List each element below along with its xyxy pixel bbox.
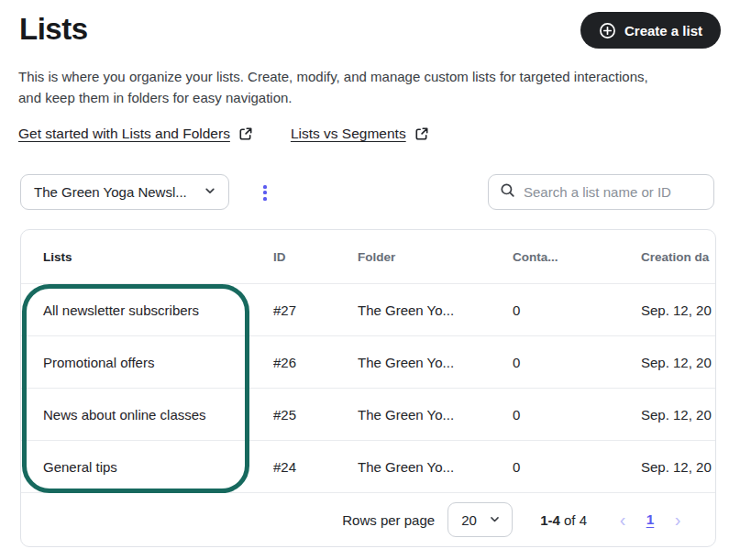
list-folder: The Green Yo... [358, 355, 513, 370]
table-row: All newsletter subscribers #27 The Green… [21, 283, 715, 335]
search-icon [500, 182, 515, 202]
list-creation-date: Sep. 12, 20 [641, 302, 715, 318]
pagination-range: 1-4 of 4 [540, 512, 587, 528]
list-creation-date: Sep. 12, 20 [641, 459, 715, 475]
folder-filter-dropdown[interactable]: The Green Yoga Newsl... [20, 174, 229, 210]
list-name-link[interactable]: News about online classes [43, 407, 206, 423]
lists-page: Lists Create a list This is where you or… [0, 0, 729, 560]
table-row: News about online classes #25 The Green … [21, 388, 715, 440]
lists-table-card: Lists ID Folder Conta... Creation da All… [20, 229, 716, 547]
link-lists-vs-segments[interactable]: Lists vs Segments [291, 126, 429, 142]
chevron-down-icon [489, 512, 501, 528]
page-title: Lists [19, 12, 88, 47]
link-label: Get started with Lists and Folders [18, 126, 230, 142]
plus-circle-icon [599, 22, 616, 39]
external-link-icon [414, 126, 429, 141]
list-id: #27 [273, 302, 358, 318]
table-footer: Rows per page 20 1-4 of 4 ‹ 1 › [21, 492, 715, 546]
external-link-icon [238, 126, 253, 141]
list-id: #26 [273, 355, 358, 370]
column-header-id[interactable]: ID [273, 250, 358, 264]
list-id: #24 [273, 459, 358, 475]
folder-filter-value: The Green Yoga Newsl... [34, 184, 187, 200]
list-creation-date: Sep. 12, 20 [641, 407, 715, 423]
column-header-contacts[interactable]: Conta... [513, 250, 641, 264]
link-label: Lists vs Segments [291, 126, 406, 142]
list-contacts: 0 [513, 302, 641, 318]
pagination-range-total: of 4 [560, 512, 587, 528]
link-get-started-lists-folders[interactable]: Get started with Lists and Folders [18, 126, 253, 142]
table-header-row: Lists ID Folder Conta... Creation da [21, 230, 715, 283]
pagination-prev-icon[interactable]: ‹ [609, 506, 636, 533]
search-input[interactable] [524, 184, 706, 200]
list-contacts: 0 [513, 459, 641, 475]
rows-per-page-label: Rows per page [342, 512, 435, 528]
chevron-down-icon [204, 184, 216, 200]
page-description: This is where you organize your lists. C… [18, 66, 666, 108]
table-row: Promotional offers #26 The Green Yo... 0… [21, 335, 715, 388]
column-header-folder[interactable]: Folder [358, 250, 513, 264]
table-row: General tips #24 The Green Yo... 0 Sep. … [21, 440, 715, 492]
list-contacts: 0 [513, 407, 641, 423]
list-contacts: 0 [513, 355, 641, 370]
kebab-menu-icon[interactable] [258, 180, 272, 205]
list-folder: The Green Yo... [358, 459, 513, 475]
list-name-link[interactable]: Promotional offers [43, 355, 154, 370]
create-list-button-label: Create a list [624, 23, 702, 38]
list-folder: The Green Yo... [358, 407, 513, 423]
pagination-next-icon[interactable]: › [664, 506, 691, 533]
search-box[interactable] [488, 174, 714, 210]
list-name-link[interactable]: General tips [43, 459, 117, 475]
list-folder: The Green Yo... [358, 302, 513, 318]
doc-links: Get started with Lists and Folders Lists… [18, 126, 429, 142]
list-id: #25 [273, 407, 358, 423]
list-creation-date: Sep. 12, 20 [641, 355, 715, 370]
pagination-page-1[interactable]: 1 [636, 506, 664, 533]
rows-per-page-select[interactable]: 20 [447, 502, 513, 537]
column-header-lists[interactable]: Lists [21, 250, 273, 264]
pagination-range-current: 1-4 [540, 512, 560, 528]
create-list-button[interactable]: Create a list [580, 12, 721, 49]
toolbar: The Green Yoga Newsl... [0, 174, 729, 211]
list-name-link[interactable]: All newsletter subscribers [43, 302, 199, 318]
column-header-creation-date[interactable]: Creation da [641, 250, 715, 264]
pagination: ‹ 1 › [609, 506, 691, 533]
rows-per-page-value: 20 [461, 512, 477, 528]
